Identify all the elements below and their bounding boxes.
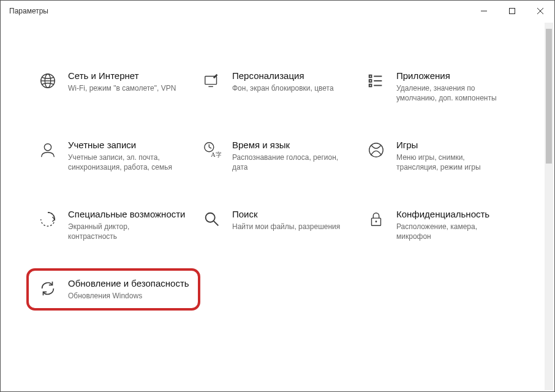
tile-title: Обновление и безопасность [68,278,189,290]
tile-desc: Удаление, значения по умолчанию, доп. ко… [396,83,507,103]
minimize-button[interactable] [470,1,498,21]
tile-title: Поиск [232,209,340,221]
window-controls [470,1,554,21]
person-icon [37,140,58,160]
svg-point-21 [206,213,215,222]
tile-desc: Обновления Windows [68,291,178,301]
ease-of-access-icon [37,209,58,230]
svg-line-22 [214,221,219,226]
scrollbar[interactable] [545,23,553,390]
tile-apps[interactable]: Приложения Удаление, значения по умолчан… [366,70,518,103]
svg-text:A字: A字 [211,151,221,158]
tile-desc: Фон, экран блокировки, цвета [232,83,334,93]
svg-rect-11 [369,80,372,82]
scrollbar-thumb[interactable] [546,29,552,164]
window-title: Параметры [9,7,470,15]
settings-grid: Сеть и Интернет Wi-Fi, режим "в самолете… [1,21,554,313]
tile-title: Специальные возможности [68,209,186,221]
tile-desc: Экранный диктор, контрастность [68,222,178,241]
xbox-icon [366,140,387,160]
time-language-icon: A字 [202,140,222,160]
paint-icon [202,70,222,91]
sync-icon [37,278,58,299]
svg-point-15 [44,144,51,151]
tile-update-security[interactable]: Обновление и безопасность Обновления Win… [26,268,200,311]
tile-title: Приложения [396,70,507,82]
tile-title: Сеть и Интернет [68,70,176,82]
svg-rect-13 [369,85,372,87]
tile-network[interactable]: Сеть и Интернет Wi-Fi, режим "в самолете… [37,70,189,103]
tile-time-language[interactable]: A字 Время и язык Распознавание голоса, ре… [202,140,353,172]
lock-icon [366,209,387,230]
titlebar: Параметры [1,1,554,21]
tile-desc: Найти мои файлы, разрешения [232,222,340,232]
tile-ease-of-access[interactable]: Специальные возможности Экранный диктор,… [37,209,189,241]
tile-gaming[interactable]: Игры Меню игры, снимки, трансляция, режи… [366,140,518,172]
globe-icon [37,70,58,91]
search-icon [202,209,222,230]
tile-desc: Меню игры, снимки, трансляция, режим игр… [396,153,507,172]
tile-title: Учетные записи [68,140,178,151]
tile-search[interactable]: Поиск Найти мои файлы, разрешения [202,209,353,241]
close-button[interactable] [526,1,554,21]
tile-title: Игры [396,140,507,151]
tile-desc: Wi-Fi, режим "в самолете", VPN [68,83,176,93]
svg-line-18 [209,147,211,148]
tile-desc: Распознавание голоса, регион, дата [232,153,342,172]
svg-rect-1 [510,9,515,14]
tile-desc: Расположение, камера, микрофон [396,222,507,241]
maximize-button[interactable] [498,1,526,21]
tile-desc: Учетные записи, эл. почта, синхронизация… [68,153,178,172]
svg-rect-9 [369,75,372,78]
svg-point-24 [376,221,377,223]
tile-accounts[interactable]: Учетные записи Учетные записи, эл. почта… [37,140,189,172]
tile-personalization[interactable]: Персонализация Фон, экран блокировки, цв… [202,70,353,103]
tile-title: Время и язык [232,140,342,151]
tile-title: Конфиденциальность [396,209,507,221]
tile-privacy[interactable]: Конфиденциальность Расположение, камера,… [366,209,518,241]
apps-list-icon [366,70,387,91]
tile-title: Персонализация [232,70,334,82]
